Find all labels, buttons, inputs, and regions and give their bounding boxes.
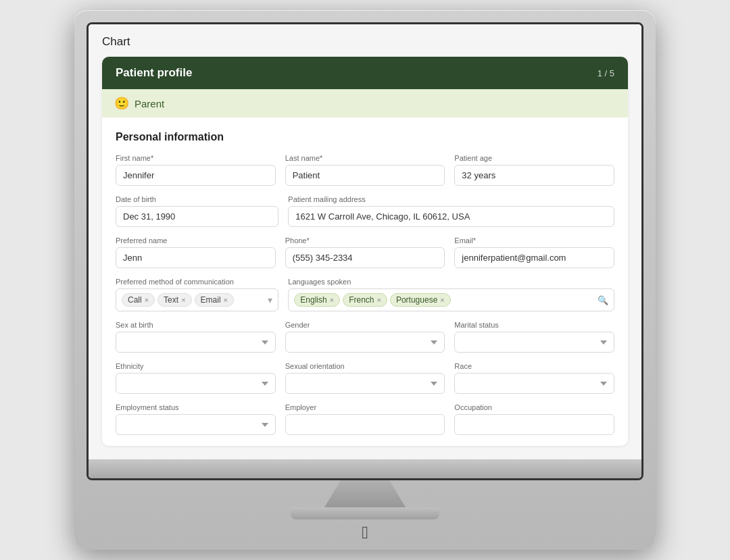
employer-group: Employer bbox=[285, 403, 445, 435]
dob-input[interactable] bbox=[116, 206, 278, 227]
ethnicity-group: Ethnicity bbox=[116, 362, 276, 394]
page-title: Chart bbox=[102, 35, 628, 49]
patient-age-group: Patient age bbox=[454, 154, 614, 186]
employment-status-group: Employment status bbox=[116, 403, 276, 435]
tag-email-close[interactable]: × bbox=[224, 297, 228, 304]
occupation-label: Occupation bbox=[454, 403, 614, 411]
sex-at-birth-select[interactable] bbox=[116, 332, 276, 353]
marital-status-group: Marital status bbox=[454, 321, 614, 353]
email-group: Email* bbox=[454, 236, 614, 268]
tag-french: French × bbox=[343, 293, 387, 307]
tag-portuguese: Portuguese × bbox=[390, 293, 451, 307]
phone-label: Phone* bbox=[285, 236, 445, 245]
language-search-icon[interactable]: 🔍 bbox=[598, 295, 608, 305]
mailing-address-label: Patient mailing address bbox=[288, 195, 614, 203]
tag-french-close[interactable]: × bbox=[376, 297, 381, 304]
monitor-stand-base bbox=[291, 507, 439, 519]
form-body: Personal information First name* Last na… bbox=[102, 118, 628, 446]
patient-age-label: Patient age bbox=[454, 154, 614, 162]
employer-label: Employer bbox=[285, 403, 445, 411]
comm-method-label: Preferred method of communication bbox=[116, 278, 278, 286]
race-label: Race bbox=[454, 362, 614, 370]
form-row-5: Sex at birth Gender bbox=[116, 321, 614, 353]
mailing-address-group: Patient mailing address bbox=[288, 195, 614, 227]
sexual-orientation-group: Sexual orientation bbox=[285, 362, 445, 394]
form-row-6: Ethnicity Sexual orientation bbox=[116, 362, 614, 394]
form-row-3: Preferred name Phone* Email* bbox=[116, 236, 614, 268]
email-input[interactable] bbox=[454, 247, 614, 268]
apple-logo-area:  bbox=[87, 519, 643, 550]
form-row-7: Employment status Employer Occupation bbox=[116, 403, 614, 435]
comm-method-tags[interactable]: Call × Text × Email × bbox=[116, 288, 278, 311]
tag-english: English × bbox=[294, 293, 340, 307]
tag-email: Email × bbox=[195, 293, 234, 307]
preferred-name-label: Preferred name bbox=[116, 236, 276, 245]
sex-at-birth-label: Sex at birth bbox=[116, 321, 276, 329]
last-name-input[interactable] bbox=[285, 165, 445, 186]
tag-call-close[interactable]: × bbox=[145, 297, 149, 304]
phone-input[interactable] bbox=[285, 247, 445, 268]
patient-profile-card: Patient profile 1 / 5 🙂 Parent Personal … bbox=[102, 57, 628, 446]
tag-portuguese-close[interactable]: × bbox=[440, 297, 444, 304]
form-row-2: Date of birth Patient mailing address bbox=[116, 195, 614, 227]
ethnicity-label: Ethnicity bbox=[116, 362, 276, 370]
employment-status-select[interactable] bbox=[116, 414, 276, 435]
marital-status-label: Marital status bbox=[454, 321, 614, 329]
gender-select[interactable] bbox=[285, 332, 445, 353]
form-row-1: First name* Last name* Patient age bbox=[116, 154, 614, 186]
gender-label: Gender bbox=[285, 321, 445, 329]
section-title: Personal information bbox=[116, 131, 614, 143]
preferred-name-input[interactable] bbox=[116, 247, 276, 268]
parent-banner: 🙂 Parent bbox=[102, 89, 628, 118]
card-header: Patient profile 1 / 5 bbox=[102, 57, 628, 89]
phone-group: Phone* bbox=[285, 236, 445, 268]
first-name-label: First name* bbox=[116, 154, 276, 162]
patient-age-input[interactable] bbox=[454, 165, 614, 186]
comm-method-group: Preferred method of communication Call ×… bbox=[116, 278, 278, 311]
monitor-stand-top bbox=[324, 480, 406, 507]
first-name-input[interactable] bbox=[116, 165, 276, 186]
parent-label: Parent bbox=[135, 98, 164, 109]
form-row-4: Preferred method of communication Call ×… bbox=[116, 278, 614, 311]
race-select[interactable] bbox=[454, 373, 614, 394]
languages-group: Languages spoken English × French bbox=[288, 278, 614, 311]
comm-dropdown-arrow[interactable]: ▾ bbox=[268, 295, 272, 305]
dob-group: Date of birth bbox=[116, 195, 278, 227]
card-header-title: Patient profile bbox=[116, 66, 192, 80]
employer-input[interactable] bbox=[285, 414, 445, 435]
parent-icon: 🙂 bbox=[114, 96, 129, 111]
gender-group: Gender bbox=[285, 321, 445, 353]
last-name-label: Last name* bbox=[285, 154, 445, 162]
race-group: Race bbox=[454, 362, 614, 394]
sexual-orientation-label: Sexual orientation bbox=[285, 362, 445, 370]
dob-label: Date of birth bbox=[116, 195, 278, 203]
tag-english-close[interactable]: × bbox=[330, 297, 334, 304]
pagination-label: 1 / 5 bbox=[598, 68, 614, 78]
employment-status-label: Employment status bbox=[116, 403, 276, 411]
ethnicity-select[interactable] bbox=[116, 373, 276, 394]
last-name-group: Last name* bbox=[285, 154, 445, 186]
first-name-group: First name* bbox=[116, 154, 276, 186]
languages-label: Languages spoken bbox=[288, 278, 614, 286]
monitor-chin bbox=[89, 459, 641, 478]
tag-text-close[interactable]: × bbox=[181, 297, 185, 304]
apple-logo-icon:  bbox=[362, 522, 368, 542]
language-tags[interactable]: English × French × Portugues bbox=[288, 288, 614, 311]
email-label: Email* bbox=[454, 236, 614, 245]
marital-status-select[interactable] bbox=[454, 332, 614, 353]
occupation-input[interactable] bbox=[454, 414, 614, 435]
language-tags-left: English × French × Portugues bbox=[294, 293, 450, 307]
tag-call: Call × bbox=[122, 293, 155, 307]
tag-text: Text × bbox=[157, 293, 191, 307]
sexual-orientation-select[interactable] bbox=[285, 373, 445, 394]
preferred-name-group: Preferred name bbox=[116, 236, 276, 268]
sex-at-birth-group: Sex at birth bbox=[116, 321, 276, 353]
mailing-address-input[interactable] bbox=[288, 206, 614, 227]
occupation-group: Occupation bbox=[454, 403, 614, 435]
